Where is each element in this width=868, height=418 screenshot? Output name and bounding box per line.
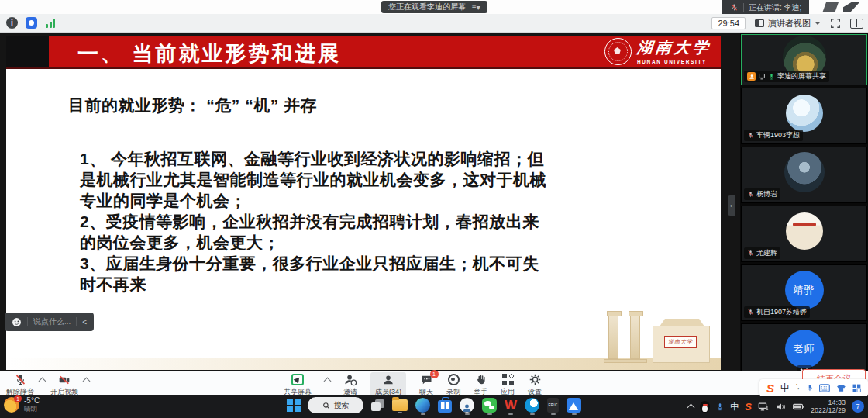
record-button[interactable]: 录制 xyxy=(446,373,460,397)
split-view-icon[interactable] xyxy=(850,19,863,29)
qq-tray-icon[interactable] xyxy=(700,401,710,413)
university-name-cn: 湖南大学 xyxy=(636,39,713,57)
epic-icon: EPIC xyxy=(547,398,559,413)
clock-time: 14:33 xyxy=(828,399,846,406)
weather-widget[interactable]: 1 -5°C 晴朗 xyxy=(4,397,40,413)
share-screen-button[interactable]: 共享屏幕 xyxy=(284,373,312,397)
shared-screen-area: 一、 当前就业形势和进展 湖南大学 HUNAN UNIVERSITY 目前的就业… xyxy=(0,33,868,371)
task-view-button[interactable] xyxy=(371,399,384,413)
battery-icon[interactable] xyxy=(793,402,804,411)
unmute-button[interactable]: 解除静音 xyxy=(6,373,34,397)
meeting-top-toolbar: i 29:54 演讲者视图 xyxy=(0,14,868,33)
university-name-en: HUNAN UNIVERSITY xyxy=(637,59,707,64)
qq-browser-button[interactable] xyxy=(525,398,539,415)
raise-hand-button[interactable]: 举手 xyxy=(474,373,487,397)
participant-tile[interactable]: 靖骅 机自1907苏靖骅 xyxy=(741,264,867,321)
weather-badge: 1 xyxy=(14,395,22,402)
gate-building: 湖南大学 xyxy=(653,326,710,363)
ime-toolbar: S 中 ’, xyxy=(760,379,868,396)
ime-punctuation-toggle[interactable]: ’, xyxy=(796,382,800,390)
muted-mic-icon xyxy=(747,309,754,316)
participant-name: 机自1907苏靖骅 xyxy=(756,307,807,317)
participant-label: 杨博岩 xyxy=(744,188,780,200)
chat-button[interactable]: 1 聊天 xyxy=(419,373,433,397)
taskbar-clock[interactable]: 14:33 2022/12/29 xyxy=(811,399,846,414)
participant-label: 车辆1903李想 xyxy=(744,130,803,141)
wechat-button[interactable] xyxy=(482,398,497,415)
campus-gate-illustration: 湖南大学 xyxy=(599,295,711,365)
participant-tile[interactable]: 老师 xyxy=(741,323,867,371)
meeting-timer: 29:54 xyxy=(711,17,746,29)
participant-tile[interactable]: 尤建辉 xyxy=(741,206,867,262)
taskbar-search[interactable]: 搜索 xyxy=(308,397,363,416)
participant-label: 尤建辉 xyxy=(744,247,780,259)
screen-share-icon xyxy=(758,73,766,80)
video-options-chevron[interactable] xyxy=(83,378,91,385)
meeting-app-button[interactable] xyxy=(460,398,474,415)
edge-icon xyxy=(415,398,430,413)
microsoft-store-button[interactable] xyxy=(438,398,452,415)
ime-voice-icon[interactable] xyxy=(806,383,814,392)
invite-button[interactable]: 邀请 xyxy=(343,373,357,397)
participant-tile[interactable]: 杨博岩 xyxy=(741,147,867,203)
ime-language-toggle[interactable]: 中 xyxy=(780,382,790,395)
sidebar-collapse-handle[interactable]: › xyxy=(728,195,735,216)
meeting-info-icon[interactable]: i xyxy=(6,17,18,29)
start-button[interactable] xyxy=(287,399,300,414)
slide-header-notch xyxy=(6,36,49,67)
tray-expand-chevron[interactable] xyxy=(687,404,695,412)
gate-label: 湖南大学 xyxy=(664,336,697,348)
start-video-button[interactable]: 开启视频 xyxy=(50,373,78,397)
settings-button[interactable]: 设置 xyxy=(528,373,542,397)
tray-mic-icon[interactable] xyxy=(716,402,724,412)
epic-games-button[interactable]: EPIC xyxy=(547,398,559,415)
ime-language-indicator[interactable]: 中 xyxy=(730,401,739,413)
file-explorer-button[interactable] xyxy=(392,399,408,413)
overlay-shape xyxy=(843,2,860,12)
search-icon xyxy=(322,402,329,409)
slide-body: 1、 今年秋招互联网、金融等行业收到经济状况的影响缩招；但 是机械行业尤其是智能… xyxy=(80,148,546,295)
cloud-drive-button[interactable] xyxy=(567,398,581,415)
meeting-shield-icon[interactable] xyxy=(26,17,37,29)
body-line: 3、应届生身份十分重要，很多行业企业只招应届生；机不可失 xyxy=(80,253,546,274)
ime-skin-icon[interactable] xyxy=(836,384,846,392)
clock-date: 2022/12/29 xyxy=(811,406,846,414)
ime-keyboard-icon[interactable] xyxy=(819,384,830,392)
mic-options-chevron[interactable] xyxy=(39,378,46,385)
fullscreen-icon[interactable] xyxy=(830,18,841,29)
view-mode-button[interactable]: 演讲者视图 xyxy=(755,18,821,29)
desktop-screen: 您正在观看李迪的屏幕 ≡▾ 正在讲话: 李迪; i 29:54 演讲者视图 xyxy=(0,0,868,418)
members-icon xyxy=(382,374,394,386)
edge-browser-button[interactable] xyxy=(415,398,430,415)
raise-hand-icon xyxy=(475,373,487,386)
chat-collapse-button[interactable]: < xyxy=(82,318,87,326)
participant-avatar xyxy=(784,152,825,192)
divider xyxy=(76,317,77,326)
sogou-tray-icon[interactable]: S xyxy=(745,401,752,413)
participant-tile-sharer[interactable]: 李迪的屏幕共享 xyxy=(741,34,867,85)
volume-icon[interactable] xyxy=(776,402,787,412)
store-icon xyxy=(438,400,452,413)
chat-input-placeholder[interactable]: 说点什么... xyxy=(33,316,71,327)
university-seal-icon xyxy=(604,38,632,65)
participant-name: 杨博岩 xyxy=(756,189,777,199)
chat-quick-bar[interactable]: 说点什么... < xyxy=(5,313,94,331)
notification-badge[interactable]: 7 xyxy=(852,400,864,413)
banner-menu-icon[interactable]: ≡▾ xyxy=(472,3,480,12)
participants-sidebar: 李迪的屏幕共享 车辆1903李想 杨博岩 xyxy=(740,33,868,371)
apps-icon xyxy=(502,374,514,385)
share-options-chevron[interactable] xyxy=(324,378,332,385)
system-tray: 中 S 14:33 2022/12/29 7 xyxy=(688,395,864,418)
record-icon xyxy=(448,374,460,385)
participant-tile[interactable]: 车辆1903李想 xyxy=(741,88,867,144)
taskbar-center: 搜索 W EPIC xyxy=(287,395,581,418)
emoji-icon[interactable] xyxy=(12,317,22,327)
network-icon[interactable] xyxy=(758,402,770,412)
wps-button[interactable]: W xyxy=(505,398,517,415)
sogou-logo-icon[interactable]: S xyxy=(766,382,774,394)
participant-avatar: 老师 xyxy=(785,330,824,368)
participant-name: 车辆1903李想 xyxy=(756,130,800,140)
ime-toolbox-icon[interactable] xyxy=(852,384,861,392)
apps-button[interactable]: 应用 xyxy=(501,373,515,397)
windows-taskbar: 1 -5°C 晴朗 搜索 xyxy=(0,395,868,418)
